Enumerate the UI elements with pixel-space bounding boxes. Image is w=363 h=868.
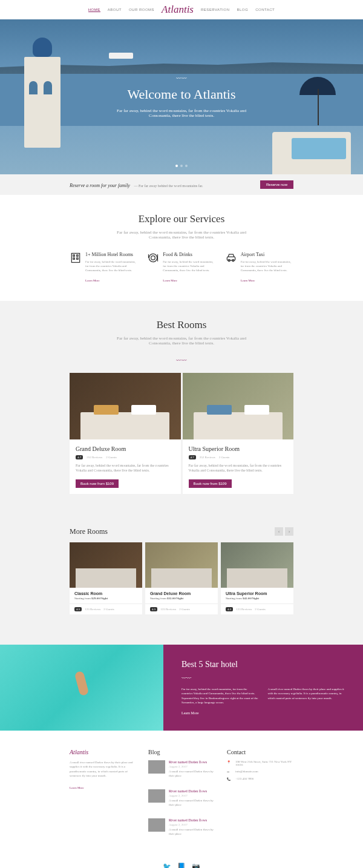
blog-thumb: [148, 789, 165, 803]
svg-rect-1: [73, 255, 75, 257]
room-title: Grand Deluxe Room: [150, 591, 213, 596]
guests-count: 2 Guests: [106, 456, 116, 459]
blog-thumb: [148, 760, 165, 774]
wave-decoration: 〰〰: [176, 76, 187, 82]
facebook-icon[interactable]: 📘: [177, 863, 186, 868]
best-rooms-title: Best Rooms: [70, 319, 293, 331]
nav-home[interactable]: HOME: [88, 8, 100, 12]
mail-icon: ✉: [227, 770, 232, 774]
room-desc: Far far away, behind the word mountains,…: [189, 463, 288, 473]
blog-desc: A small river named Duden flows by their…: [169, 827, 215, 837]
book-button[interactable]: Book now from $109: [189, 479, 232, 488]
blog-item[interactable]: River named Duden flowsAugust 2, 2017A s…: [148, 789, 215, 812]
best-rooms-subtitle: Far far away, behind the word mountains,…: [112, 336, 251, 346]
service-title: Food & Drinks: [163, 252, 215, 257]
learn-more-link[interactable]: Learn More: [163, 279, 177, 282]
social-links: 🐦 📘 📷: [70, 863, 293, 868]
five-star-section: Best 5 Star hotel 〰〰 Far far away, behin…: [0, 645, 363, 731]
footer-about: A small river named Duden flows by their…: [70, 760, 136, 778]
reviews-count: 252 Reviews: [87, 456, 102, 459]
reserve-button[interactable]: Reserve now: [260, 180, 293, 189]
service-desc: Far far away, behind the word mountains,…: [85, 260, 138, 272]
rating-badge: 4.5: [226, 607, 233, 611]
blog-thumb: [148, 818, 165, 832]
svg-rect-3: [73, 258, 75, 260]
main-header: HOME ABOUT OUR ROOMS Atlantis RESERVATIO…: [0, 0, 363, 19]
book-button[interactable]: Book now from $109: [76, 479, 119, 488]
dot-3[interactable]: [185, 165, 188, 167]
contact-phone[interactable]: 📞+123 456 7890: [227, 777, 293, 781]
wave-decoration: 〰〰: [70, 358, 293, 364]
contact-email[interactable]: ✉info@domain.com: [227, 770, 293, 774]
dot-1[interactable]: [175, 165, 178, 167]
small-room-card[interactable]: Ultra Superior Room Starting from $42.00…: [221, 542, 293, 614]
service-desc: Far far away, behind the word mountains,…: [241, 260, 293, 272]
blog-item[interactable]: River named Duden flowsAugust 2, 2017A s…: [148, 818, 215, 841]
learn-more-link[interactable]: Learn More: [182, 711, 199, 715]
carousel-dots: [175, 165, 188, 167]
taxi-icon: [225, 252, 237, 264]
blog-date: August 2, 2017: [169, 823, 215, 826]
guests-count: 2 Guests: [219, 456, 229, 459]
room-image: [221, 542, 293, 588]
logo[interactable]: Atlantis: [162, 4, 194, 16]
nav-reservation[interactable]: RESERVATION: [201, 8, 230, 12]
services-subtitle: Far far away, behind the word mountains,…: [112, 230, 251, 240]
footer-blog-title: Blog: [148, 749, 215, 755]
svg-rect-4: [77, 258, 79, 260]
nav-contact[interactable]: CONTACT: [255, 8, 275, 12]
room-card: Ultra Superior Room 4.7252 Reviews2 Gues…: [183, 373, 294, 494]
instagram-icon[interactable]: 📷: [192, 863, 200, 868]
rating-badge: 4.5: [74, 607, 82, 611]
room-title: Ultra Superior Room: [189, 446, 288, 452]
dot-2[interactable]: [180, 165, 183, 167]
small-room-card[interactable]: Grand Deluxe Room Starting from $32.00/N…: [145, 542, 218, 614]
price-label: Starting from: [74, 597, 91, 600]
five-star-p1: Far far away, behind the word mountains,…: [182, 687, 259, 705]
building-icon: [70, 252, 82, 264]
phone-icon: 📞: [227, 777, 232, 781]
rating-badge: 4.5: [150, 607, 157, 611]
wave-decoration: 〰〰: [182, 676, 345, 681]
five-star-title: Best 5 Star hotel: [182, 660, 345, 669]
blog-desc: A small river named Duden flows by their…: [169, 769, 215, 778]
blog-title: River named Duden flows: [169, 818, 215, 822]
reviews-count: 123 Reviews: [236, 608, 252, 611]
five-star-p2: A small river named Duden flows by their…: [268, 687, 345, 705]
reviews-count: 123 Reviews: [85, 608, 100, 611]
price-amount: $32.00/Night: [167, 597, 183, 600]
service-title: 1+ Million Hotel Rooms: [85, 252, 138, 257]
learn-more-link[interactable]: Learn More: [85, 279, 100, 282]
svg-rect-2: [77, 255, 79, 257]
guests-count: 2 Guests: [179, 608, 189, 611]
service-food: Food & Drinks Far far away, behind the w…: [147, 252, 215, 283]
blog-date: August 2, 2017: [169, 765, 215, 768]
price-label: Starting from: [150, 597, 167, 600]
reserve-subtitle: — Far far away behind the word mountains…: [134, 184, 203, 188]
nav-rooms[interactable]: OUR ROOMS: [129, 8, 154, 12]
hero-title: Welcome to Atlantis: [127, 87, 235, 102]
hero-subtitle: Far far away, behind the word mountains,…: [112, 108, 251, 118]
footer-logo: Atlantis: [70, 749, 136, 755]
rating-badge: 4.7: [76, 455, 83, 459]
room-image[interactable]: [183, 373, 294, 439]
learn-more-link[interactable]: Learn More: [70, 786, 84, 789]
small-room-card[interactable]: Classic Room Starting from $29.00/Night …: [70, 542, 142, 614]
reviews-count: 123 Reviews: [160, 608, 176, 611]
room-image[interactable]: [70, 373, 181, 439]
pool-image: [0, 645, 163, 731]
svg-point-5: [149, 254, 157, 261]
prev-arrow-button[interactable]: ‹: [275, 527, 283, 536]
reserve-title: Reserve a room for your family: [70, 183, 130, 188]
svg-point-6: [151, 256, 155, 260]
nav-blog[interactable]: BLOG: [237, 8, 249, 12]
next-arrow-button[interactable]: ›: [285, 527, 293, 536]
room-desc: Far far away, behind the word mountains,…: [76, 463, 175, 473]
blog-desc: A small river named Duden flows by their…: [169, 798, 215, 807]
learn-more-link[interactable]: Learn More: [241, 279, 255, 282]
nav-about[interactable]: ABOUT: [108, 8, 122, 12]
blog-title: River named Duden flows: [169, 760, 215, 764]
rating-badge: 4.7: [189, 455, 196, 459]
twitter-icon[interactable]: 🐦: [163, 863, 171, 868]
blog-item[interactable]: River named Duden flowsAugust 2, 2017A s…: [148, 760, 215, 783]
